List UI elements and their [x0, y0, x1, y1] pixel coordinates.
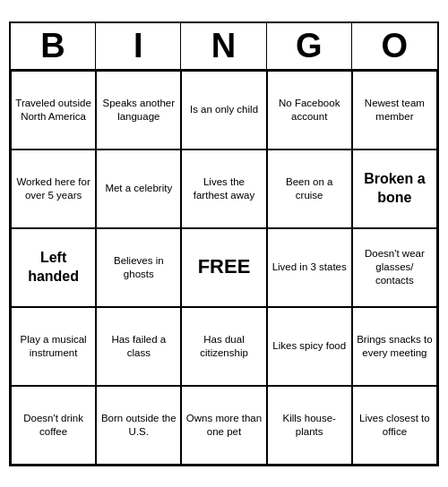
bingo-letter-i: I	[96, 23, 181, 69]
bingo-cell-o2[interactable]: Broken a bone	[352, 150, 437, 228]
bingo-cell-i3[interactable]: Believes in ghosts	[96, 228, 181, 307]
bingo-cell-g3[interactable]: Lived in 3 states	[267, 228, 352, 307]
bingo-cell-n1[interactable]: Is an only child	[181, 71, 266, 150]
bingo-cell-b4[interactable]: Play a musical instrument	[11, 307, 96, 386]
bingo-cell-g1[interactable]: No Facebook account	[267, 71, 352, 150]
bingo-header: BINGO	[11, 23, 437, 71]
bingo-cell-b5[interactable]: Doesn't drink coffee	[11, 386, 96, 465]
bingo-cell-b2[interactable]: Worked here for over 5 years	[11, 150, 96, 228]
bingo-cell-i5[interactable]: Born outside the U.S.	[96, 386, 181, 465]
bingo-cell-n2[interactable]: Lives the farthest away	[181, 150, 266, 228]
bingo-cell-g4[interactable]: Likes spicy food	[267, 307, 352, 386]
bingo-cell-i1[interactable]: Speaks another language	[96, 71, 181, 150]
bingo-cell-n4[interactable]: Has dual citizenship	[181, 307, 266, 386]
bingo-cell-o3[interactable]: Doesn't wear glasses/ contacts	[352, 228, 437, 307]
bingo-grid: Traveled outside North AmericaSpeaks ano…	[11, 71, 437, 465]
bingo-letter-g: G	[267, 23, 352, 69]
bingo-letter-b: B	[11, 23, 96, 69]
bingo-card: BINGO Traveled outside North AmericaSpea…	[9, 21, 439, 466]
bingo-cell-n3[interactable]: FREE	[181, 228, 266, 307]
bingo-letter-n: N	[181, 23, 266, 69]
bingo-cell-n5[interactable]: Owns more than one pet	[181, 386, 266, 465]
bingo-cell-o5[interactable]: Lives closest to office	[352, 386, 437, 465]
bingo-cell-i2[interactable]: Met a celebrity	[96, 150, 181, 228]
bingo-cell-i4[interactable]: Has failed a class	[96, 307, 181, 386]
bingo-letter-o: O	[352, 23, 437, 69]
bingo-cell-g2[interactable]: Been on a cruise	[267, 150, 352, 228]
bingo-cell-g5[interactable]: Kills house- plants	[267, 386, 352, 465]
bingo-cell-b3[interactable]: Left handed	[11, 228, 96, 307]
bingo-cell-o4[interactable]: Brings snacks to every meeting	[352, 307, 437, 386]
bingo-cell-b1[interactable]: Traveled outside North America	[11, 71, 96, 150]
bingo-cell-o1[interactable]: Newest team member	[352, 71, 437, 150]
